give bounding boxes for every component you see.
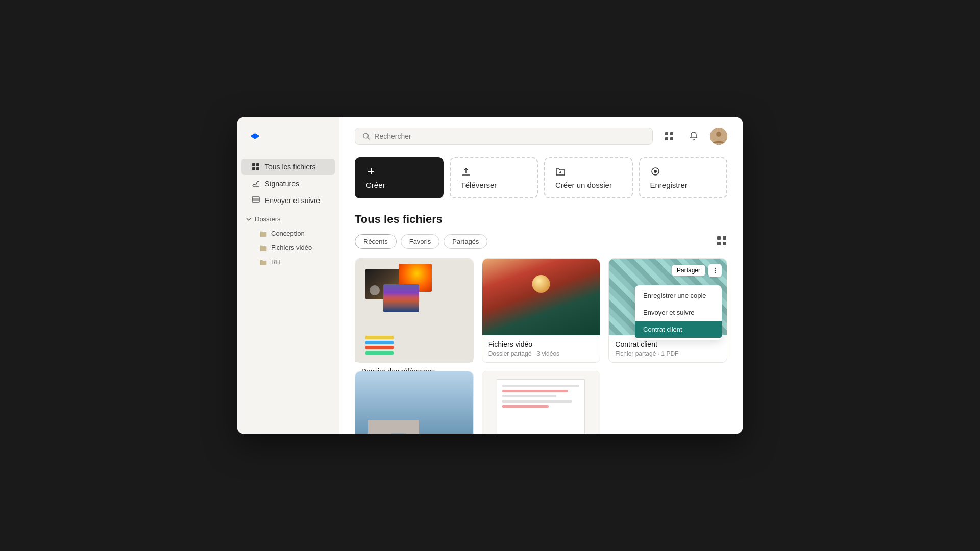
more-icon (712, 267, 719, 274)
svg-rect-27 (723, 242, 726, 245)
sidebar-item-tous-fichiers[interactable]: Tous les fichiers (241, 159, 335, 175)
main-content: Créer Téléverser Créer un dossier (339, 117, 743, 434)
thumbnail-partial-2 (482, 371, 600, 434)
svg-line-9 (368, 138, 370, 139)
svg-point-15 (716, 132, 721, 137)
folder-icon (260, 244, 267, 252)
sidebar-item-signatures[interactable]: Signatures (241, 176, 335, 192)
svg-point-29 (715, 270, 716, 271)
search-input[interactable] (374, 132, 645, 140)
share-button[interactable]: Partager (672, 265, 705, 276)
create-button[interactable]: Créer (355, 157, 444, 198)
folder-icon (260, 230, 267, 237)
filter-partages[interactable]: Partagés (444, 234, 487, 249)
filter-favoris[interactable]: Favoris (401, 234, 440, 249)
svg-rect-2 (252, 167, 255, 170)
file-card-dossier-references[interactable]: Dossier des références Dossier partagé ·… (355, 258, 474, 363)
thumbnail-partial-1 (355, 371, 473, 434)
sidebar-folder-rh[interactable]: RH (241, 255, 335, 269)
header-actions (661, 128, 727, 145)
section-title: Tous les fichiers (355, 213, 727, 226)
search-bar[interactable] (355, 128, 653, 145)
sidebar-folder-conception[interactable]: Conception (241, 227, 335, 240)
svg-rect-12 (665, 137, 668, 140)
record-button[interactable]: Enregistrer (639, 157, 728, 198)
dossiers-section[interactable]: Dossiers (237, 209, 339, 226)
create-folder-button[interactable]: Créer un dossier (544, 157, 633, 198)
svg-rect-13 (670, 137, 673, 140)
dropdown-menu: Enregistrer une copie Envoyer et suivre … (635, 285, 722, 340)
upload-icon (461, 166, 471, 177)
signature-icon (252, 180, 260, 188)
file-card-partial-1[interactable] (355, 371, 474, 434)
svg-rect-10 (665, 132, 668, 135)
svg-point-8 (363, 133, 369, 138)
sidebar-nav: Tous les fichiers Signatures Envoyer et … (237, 159, 339, 209)
card-title-contrat-client: Contrat client (615, 340, 721, 348)
more-button[interactable] (708, 264, 722, 277)
menu-item-envoyer-suivre[interactable]: Envoyer et suivre (635, 304, 722, 321)
search-icon (362, 132, 370, 140)
svg-rect-5 (252, 197, 259, 202)
thumbnail-dossier-references (355, 259, 473, 362)
card-info-fichiers-video: Fichiers vidéo Dossier partagé · 3 vidéo… (482, 335, 600, 362)
card-subtitle-contrat-client: Fichier partagé · 1 PDF (615, 350, 721, 357)
svg-rect-0 (252, 163, 255, 166)
svg-rect-11 (670, 132, 673, 135)
svg-point-28 (715, 268, 716, 269)
svg-rect-3 (256, 167, 259, 170)
sidebar: Tous les fichiers Signatures Envoyer et … (237, 117, 339, 434)
folder-plus-icon (555, 166, 566, 177)
avatar-image (710, 128, 727, 145)
svg-rect-24 (717, 236, 721, 240)
svg-rect-26 (717, 242, 721, 245)
sidebar-item-envoyer-suivre[interactable]: Envoyer et suivre (241, 192, 335, 209)
grid-view-icon (716, 235, 727, 246)
thumbnail-contrat-client: Partager Enregistrer une copie Envoyer (609, 259, 727, 335)
chevron-down-icon (246, 216, 252, 222)
plus-icon (366, 166, 376, 177)
sidebar-folder-fichiers-video[interactable]: Fichiers vidéo (241, 241, 335, 255)
svg-point-30 (715, 272, 716, 273)
filter-recents[interactable]: Récents (355, 234, 397, 249)
upload-button[interactable]: Téléverser (450, 157, 538, 198)
svg-rect-1 (256, 163, 259, 166)
menu-item-contrat-client[interactable]: Contrat client (635, 321, 722, 338)
svg-point-23 (654, 170, 657, 173)
card-actions: Partager Enregistrer une copie Envoyer (672, 264, 722, 277)
menu-item-enregistrer-copie[interactable]: Enregistrer une copie (635, 287, 722, 304)
card-subtitle-fichiers-video: Dossier partagé · 3 vidéos (488, 350, 594, 357)
send-icon (252, 196, 260, 205)
notifications-button[interactable] (685, 128, 702, 144)
file-card-fichiers-video[interactable]: Fichiers vidéo Dossier partagé · 3 vidéo… (482, 258, 601, 363)
filter-tabs: Récents Favoris Partagés (355, 234, 487, 249)
bell-icon (689, 131, 699, 141)
file-card-contrat-client[interactable]: Partager Enregistrer une copie Envoyer (608, 258, 727, 363)
apps-button[interactable] (661, 128, 677, 144)
thumbnail-fichiers-video (482, 259, 600, 335)
grid-icon (252, 163, 260, 171)
apps-icon (664, 131, 674, 141)
logo (237, 128, 339, 158)
view-toggle[interactable] (716, 235, 727, 248)
file-grid: Dossier des références Dossier partagé ·… (355, 258, 727, 434)
folder-list: Conception Fichiers vidéo RH (237, 227, 339, 269)
dropbox-logo-icon (248, 128, 264, 144)
app-window: Tous les fichiers Signatures Envoyer et … (237, 117, 743, 434)
card-title-fichiers-video: Fichiers vidéo (488, 340, 594, 348)
record-icon (650, 166, 660, 177)
header (355, 128, 727, 145)
action-buttons: Créer Téléverser Créer un dossier (355, 157, 727, 198)
file-card-partial-2[interactable] (482, 371, 601, 434)
user-avatar[interactable] (710, 128, 727, 145)
svg-rect-25 (723, 236, 726, 240)
filter-row: Récents Favoris Partagés (355, 234, 727, 249)
folder-icon (260, 259, 267, 266)
